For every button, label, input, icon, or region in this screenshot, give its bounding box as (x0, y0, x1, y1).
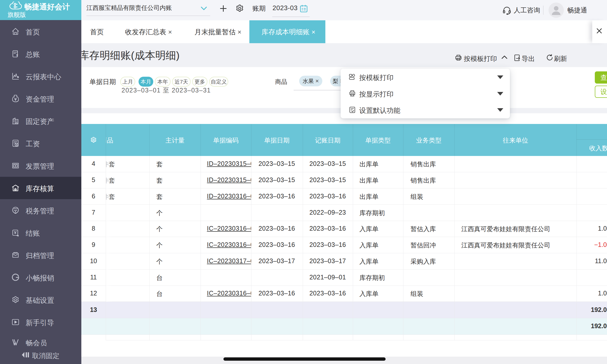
svg-text:¥: ¥ (16, 53, 18, 57)
